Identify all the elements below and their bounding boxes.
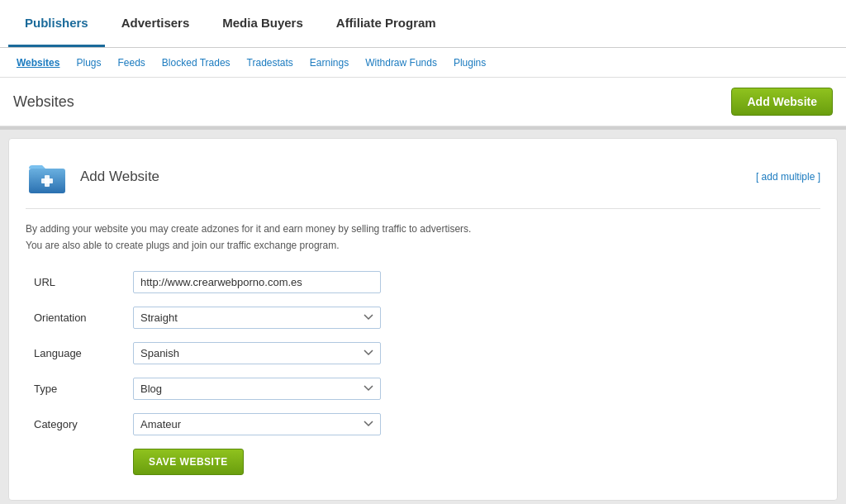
- subnav-feeds[interactable]: Feeds: [110, 48, 154, 78]
- language-label: Language: [34, 347, 133, 359]
- subnav-blocked-trades[interactable]: Blocked Trades: [154, 48, 239, 78]
- subnav-tradestats[interactable]: Tradestats: [239, 48, 302, 78]
- sub-navigation: Websites Plugs Feeds Blocked Trades Trad…: [0, 48, 846, 78]
- orientation-label: Orientation: [34, 311, 133, 324]
- nav-advertisers[interactable]: Advertisers: [105, 0, 207, 47]
- type-label: Type: [34, 383, 133, 395]
- page-header: Websites Add Website: [0, 78, 846, 126]
- category-row: Category Amateur Anal Asian BBW BDSM Blo…: [34, 413, 820, 435]
- card-description: By adding your website you may create ad…: [26, 221, 820, 254]
- category-label: Category: [34, 418, 133, 430]
- type-select[interactable]: Blog Gallery Tube Forum Social Other: [133, 378, 381, 400]
- svg-rect-2: [41, 178, 53, 183]
- language-row: Language Spanish English French German P…: [34, 342, 820, 364]
- folder-plus-icon: [26, 155, 69, 198]
- url-input[interactable]: [133, 271, 381, 293]
- nav-affiliate-program[interactable]: Affiliate Program: [320, 0, 453, 47]
- subnav-plugs[interactable]: Plugs: [68, 48, 109, 78]
- category-select[interactable]: Amateur Anal Asian BBW BDSM Blowjob Brun…: [133, 413, 381, 435]
- language-select[interactable]: Spanish English French German Portuguese…: [133, 342, 381, 364]
- card-header-left: Add Website: [26, 155, 159, 198]
- subnav-withdraw-funds[interactable]: Withdraw Funds: [357, 48, 445, 78]
- add-website-header-button[interactable]: Add Website: [731, 88, 833, 116]
- card-title: Add Website: [80, 169, 159, 185]
- main-content: Add Website [ add multiple ] By adding y…: [0, 130, 846, 504]
- page-title: Websites: [13, 93, 74, 111]
- orientation-row: Orientation Straight Gay Bisexual Transg…: [34, 307, 820, 329]
- subnav-plugins[interactable]: Plugins: [445, 48, 494, 78]
- add-multiple-link[interactable]: [ add multiple ]: [756, 171, 820, 183]
- nav-publishers[interactable]: Publishers: [8, 0, 105, 47]
- nav-media-buyers[interactable]: Media Buyers: [206, 0, 320, 47]
- url-label: URL: [34, 276, 133, 288]
- subnav-earnings[interactable]: Earnings: [302, 48, 357, 78]
- save-row: SAVE WEBSITE: [34, 449, 820, 475]
- add-website-form: URL Orientation Straight Gay Bisexual Tr…: [34, 271, 820, 475]
- add-website-card: Add Website [ add multiple ] By adding y…: [8, 138, 838, 501]
- url-row: URL: [34, 271, 820, 293]
- top-navigation: Publishers Advertisers Media Buyers Affi…: [0, 0, 846, 48]
- orientation-select[interactable]: Straight Gay Bisexual Transgender Lesbia…: [133, 307, 381, 329]
- save-website-button[interactable]: SAVE WEBSITE: [133, 449, 244, 475]
- subnav-websites[interactable]: Websites: [8, 48, 68, 78]
- type-row: Type Blog Gallery Tube Forum Social Othe…: [34, 378, 820, 400]
- card-header: Add Website [ add multiple ]: [26, 155, 820, 209]
